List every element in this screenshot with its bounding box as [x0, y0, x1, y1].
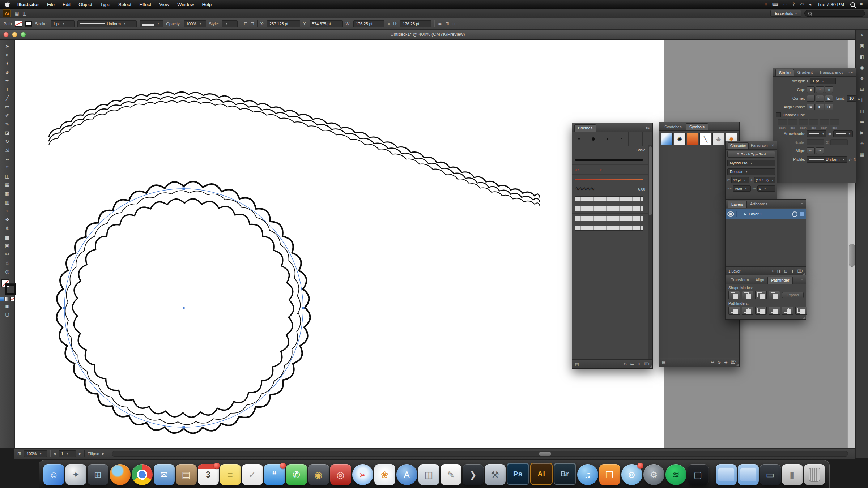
display-icon[interactable]: ▭ [781, 2, 790, 7]
tab-transform[interactable]: Transform [728, 277, 752, 284]
scale-tool[interactable]: ⇲ [0, 146, 14, 154]
stroke-weight-field[interactable]: 1 pt [51, 20, 75, 27]
symbol-splash[interactable]: ✺ [674, 133, 686, 145]
selection-tool[interactable]: ➤ [0, 42, 14, 50]
crop-button[interactable] [769, 307, 780, 315]
photoshop[interactable]: Ps [507, 463, 529, 485]
weight-field[interactable]: 1 pt [810, 78, 836, 84]
align-stroke-outside-button[interactable]: ◨ [825, 104, 833, 110]
pencil-tool[interactable]: ✎ [0, 120, 14, 128]
menu-illustrator[interactable]: Illustrator [13, 0, 43, 9]
iphoto[interactable]: ❀ [374, 464, 395, 485]
volume-icon[interactable]: ◂ [807, 2, 814, 7]
bridge-launcher-icon[interactable]: ▦ [14, 11, 20, 16]
remove-brush-stroke-icon[interactable]: ⊘ [624, 362, 627, 367]
actions-panel-icon[interactable]: ▶ [858, 129, 867, 136]
itunes[interactable]: ♫ [577, 464, 598, 485]
eyedropper-tool[interactable]: ⌁ [0, 206, 14, 215]
gradient-tool[interactable]: ▥ [0, 198, 14, 206]
delete-layer-icon[interactable]: ⌦ [797, 269, 803, 274]
arrowhead-scale-end-field[interactable] [830, 139, 848, 145]
link-scale-icon[interactable]: ⧖ [826, 140, 829, 145]
bluetooth-icon[interactable]: ᛒ [790, 2, 797, 7]
arrow-tip-extend-button[interactable]: ⇤ [807, 147, 815, 154]
menubar-clock[interactable]: Tue 7:30 PM [814, 2, 848, 7]
apple-menu[interactable] [0, 1, 13, 7]
symbol-libraries-icon[interactable]: ▤ [662, 360, 665, 365]
panel-menu-icon[interactable]: ▾≡ [645, 126, 650, 132]
brush-charcoal[interactable] [572, 155, 648, 165]
brush-dot-2[interactable] [586, 132, 600, 146]
mesh-tool[interactable]: ▩ [0, 189, 14, 198]
navigator-panel-icon[interactable]: ◫ [858, 107, 867, 115]
tab-paragraph[interactable]: Paragraph [749, 142, 770, 149]
utilities[interactable]: ⚒ [485, 464, 506, 485]
color-panel-icon[interactable]: ▣ [858, 42, 867, 50]
brush-pattern-2[interactable] [572, 204, 648, 214]
firefox[interactable] [110, 464, 131, 485]
libraries-panel-icon[interactable]: ▤ [858, 86, 867, 93]
arrowhead-scale-start-field[interactable] [807, 139, 824, 145]
symbol-flower[interactable]: ❋ [712, 133, 724, 145]
new-brush-icon[interactable]: ✚ [637, 362, 641, 367]
perspective-grid-tool[interactable]: ▦ [0, 180, 14, 189]
tab-swatches[interactable]: Swatches [661, 124, 685, 130]
miter-join-button[interactable]: ∟ [807, 95, 815, 102]
tab-stroke[interactable]: Stroke [775, 69, 794, 76]
variables-panel-icon[interactable]: ≔ [858, 118, 867, 125]
type-tool[interactable]: T [0, 85, 14, 94]
lock-toggle-cell[interactable] [736, 211, 742, 217]
brush-dot-4[interactable] [614, 132, 629, 146]
rotate-tool[interactable]: ↻ [0, 137, 14, 146]
mission-control[interactable]: ⊞ [88, 464, 109, 485]
messages[interactable]: ❝ [264, 464, 285, 485]
next-artboard-icon[interactable]: ▶ [79, 452, 81, 455]
brush-pattern-3[interactable] [572, 214, 648, 223]
dashed-line-checkbox[interactable] [776, 112, 781, 117]
symbol-gradient-sky[interactable] [661, 133, 673, 145]
expand-panels-icon[interactable]: « [858, 31, 867, 39]
brush-pattern-1[interactable] [572, 194, 648, 204]
minus-back-button[interactable] [795, 307, 807, 315]
opacity-field[interactable]: 100% [184, 20, 206, 27]
selection-indicator[interactable] [800, 212, 804, 216]
notification-center-icon[interactable]: ≡ [858, 2, 865, 7]
menu-window[interactable]: Window [173, 0, 198, 9]
graphic-style-dropdown[interactable] [222, 20, 238, 27]
links-panel-icon[interactable]: ⊚ [858, 140, 867, 147]
resize-grip[interactable] [803, 316, 805, 319]
hand-tool[interactable]: ☝ [0, 258, 14, 267]
projecting-cap-button[interactable]: ▯ [825, 86, 833, 93]
tab-character[interactable]: Character [728, 142, 749, 149]
ibooks[interactable]: ❐ [599, 464, 620, 485]
brush-definition-dropdown[interactable] [140, 20, 163, 27]
tab-pathfinder[interactable]: Pathfinder [767, 277, 793, 284]
vertical-scroll-thumb[interactable] [849, 244, 855, 267]
height-field[interactable]: 176.25 pt [400, 20, 431, 27]
brush-pattern-4[interactable] [572, 223, 648, 233]
flattener-preview-icon[interactable]: ▦ [858, 151, 867, 158]
brush-dot-5[interactable] [629, 132, 643, 146]
arrange-documents-icon[interactable]: ◫ [21, 11, 27, 16]
flip-across-icon[interactable]: ⇅ [853, 158, 856, 162]
panel-menu-icon[interactable]: «≡ [848, 70, 854, 76]
close-panel-icon[interactable]: ✕ [771, 144, 775, 149]
layer-row[interactable]: ▶ Layer 1 [726, 209, 806, 219]
dash-field[interactable] [820, 119, 829, 125]
appearance-panel-icon[interactable]: ◉ [858, 64, 867, 71]
artboard-navigation-field[interactable]: 1 [59, 450, 76, 457]
tab-symbols[interactable]: Symbols [686, 123, 708, 130]
break-link-icon[interactable]: ⊘ [718, 360, 721, 365]
app-store[interactable]: A [396, 464, 417, 485]
gradient-button[interactable] [5, 297, 9, 301]
disclosure-triangle-icon[interactable]: ▶ [744, 213, 746, 216]
profile-dropdown[interactable]: Uniform [807, 156, 847, 163]
preview[interactable]: ◫ [418, 464, 439, 485]
fill-stroke-indicator[interactable] [0, 279, 14, 295]
reminders[interactable]: ✓ [242, 464, 263, 485]
tracking-field[interactable]: 0 [757, 185, 775, 192]
arrow-tip-place-button[interactable]: ⇥ [816, 147, 824, 154]
resize-grip[interactable] [649, 365, 652, 368]
dash-field[interactable] [778, 119, 787, 125]
constrain-proportions-icon[interactable]: ⧖ [387, 21, 390, 26]
